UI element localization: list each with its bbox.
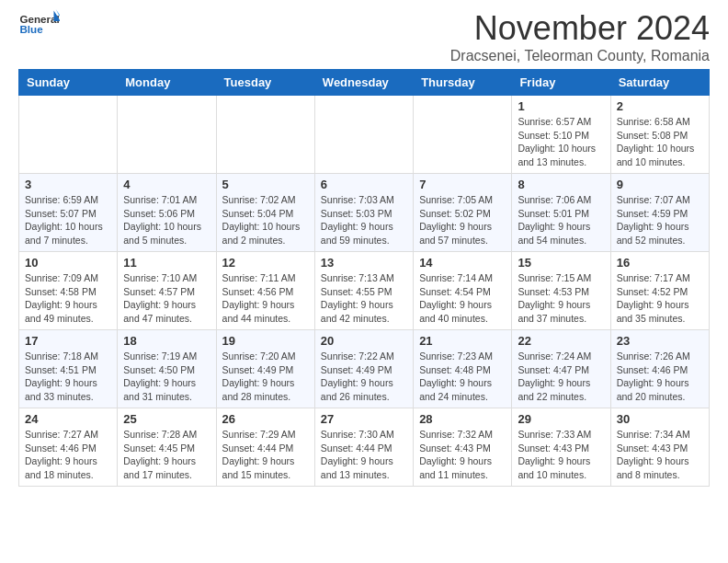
- day-info: Sunrise: 7:11 AMSunset: 4:56 PMDaylight:…: [222, 271, 309, 326]
- day-number: 29: [518, 412, 604, 426]
- day-info-line: Daylight: 9 hours and 37 minutes.: [518, 299, 590, 324]
- calendar-cell: 8Sunrise: 7:06 AMSunset: 5:01 PMDaylight…: [512, 174, 610, 252]
- calendar-cell: 26Sunrise: 7:29 AMSunset: 4:44 PMDayligh…: [216, 408, 314, 487]
- day-number: 22: [518, 334, 604, 348]
- day-info-line: Sunrise: 7:27 AM: [25, 429, 98, 440]
- day-info-line: Daylight: 10 hours and 10 minutes.: [617, 143, 695, 167]
- day-info-line: Sunrise: 7:13 AM: [321, 272, 394, 283]
- col-tuesday: Tuesday: [216, 70, 314, 96]
- day-info-line: Daylight: 9 hours and 44 minutes.: [222, 299, 295, 324]
- day-info: Sunrise: 7:33 AMSunset: 4:43 PMDaylight:…: [518, 428, 604, 482]
- day-info: Sunrise: 6:57 AMSunset: 5:10 PMDaylight:…: [518, 115, 604, 169]
- day-info-line: Sunrise: 7:06 AM: [518, 194, 591, 205]
- calendar-cell: [118, 96, 216, 174]
- day-info-line: Sunrise: 7:10 AM: [123, 272, 197, 283]
- day-info-line: Sunset: 4:43 PM: [617, 442, 688, 454]
- day-info-line: Daylight: 9 hours and 11 minutes.: [419, 455, 492, 480]
- calendar-cell: 23Sunrise: 7:26 AMSunset: 4:46 PMDayligh…: [610, 330, 709, 408]
- col-sunday: Sunday: [19, 70, 118, 96]
- day-info-line: Sunrise: 6:59 AM: [25, 194, 98, 205]
- day-number: 11: [123, 256, 210, 270]
- day-info-line: Sunrise: 7:20 AM: [222, 350, 296, 362]
- day-number: 16: [617, 256, 703, 270]
- day-info-line: Sunset: 4:47 PM: [518, 364, 589, 375]
- calendar-cell: 5Sunrise: 7:02 AMSunset: 5:04 PMDaylight…: [216, 174, 314, 252]
- day-info-line: Sunset: 4:43 PM: [419, 442, 491, 454]
- calendar-cell: 10Sunrise: 7:09 AMSunset: 4:58 PMDayligh…: [19, 252, 118, 330]
- day-info-line: Daylight: 9 hours and 59 minutes.: [321, 221, 393, 246]
- day-info: Sunrise: 7:17 AMSunset: 4:52 PMDaylight:…: [617, 271, 703, 326]
- logo: General Blue: [18, 9, 63, 46]
- calendar-cell: 29Sunrise: 7:33 AMSunset: 4:43 PMDayligh…: [512, 408, 610, 487]
- day-info: Sunrise: 7:06 AMSunset: 5:01 PMDaylight:…: [518, 193, 604, 247]
- day-info-line: Daylight: 9 hours and 8 minutes.: [617, 455, 689, 480]
- day-info-line: Sunrise: 7:09 AM: [25, 272, 98, 283]
- day-number: 4: [123, 178, 210, 191]
- day-number: 28: [419, 412, 506, 426]
- calendar-cell: 27Sunrise: 7:30 AMSunset: 4:44 PMDayligh…: [314, 408, 413, 487]
- calendar-cell: 15Sunrise: 7:15 AMSunset: 4:53 PMDayligh…: [512, 252, 610, 330]
- day-info-line: Sunrise: 7:11 AM: [222, 272, 296, 283]
- day-info: Sunrise: 7:01 AMSunset: 5:06 PMDaylight:…: [123, 193, 210, 247]
- day-info-line: Daylight: 9 hours and 13 minutes.: [321, 455, 393, 480]
- day-info-line: Sunrise: 7:07 AM: [617, 194, 690, 205]
- day-info: Sunrise: 7:26 AMSunset: 4:46 PMDaylight:…: [617, 350, 703, 404]
- col-saturday: Saturday: [610, 70, 709, 96]
- title-block: November 2024 Dracsenei, Teleorman Count…: [450, 9, 710, 64]
- day-info-line: Sunrise: 7:03 AM: [321, 194, 394, 205]
- day-info: Sunrise: 7:19 AMSunset: 4:50 PMDaylight:…: [123, 350, 210, 404]
- day-number: 1: [518, 99, 604, 113]
- day-number: 15: [518, 256, 604, 270]
- day-number: 10: [25, 256, 111, 270]
- day-info-line: Sunrise: 7:30 AM: [321, 429, 394, 440]
- day-number: 6: [321, 178, 407, 191]
- calendar-cell: 3Sunrise: 6:59 AMSunset: 5:07 PMDaylight…: [19, 174, 118, 252]
- day-info-line: Sunset: 4:56 PM: [222, 286, 294, 297]
- day-info-line: Sunrise: 7:15 AM: [518, 272, 591, 283]
- day-info-line: Daylight: 9 hours and 33 minutes.: [25, 377, 97, 402]
- calendar-cell: [216, 96, 314, 174]
- day-info-line: Daylight: 9 hours and 24 minutes.: [419, 377, 492, 402]
- location: Dracsenei, Teleorman County, Romania: [450, 48, 710, 64]
- calendar-cell: 9Sunrise: 7:07 AMSunset: 4:59 PMDaylight…: [610, 174, 709, 252]
- day-info-line: Sunrise: 7:26 AM: [617, 350, 690, 362]
- day-info: Sunrise: 7:18 AMSunset: 4:51 PMDaylight:…: [25, 350, 111, 404]
- calendar-cell: 4Sunrise: 7:01 AMSunset: 5:06 PMDaylight…: [118, 174, 216, 252]
- calendar-cell: 14Sunrise: 7:14 AMSunset: 4:54 PMDayligh…: [414, 252, 512, 330]
- day-info: Sunrise: 7:15 AMSunset: 4:53 PMDaylight:…: [518, 271, 604, 326]
- day-info-line: Sunset: 5:10 PM: [518, 130, 589, 141]
- day-number: 5: [222, 178, 309, 191]
- day-info: Sunrise: 7:03 AMSunset: 5:03 PMDaylight:…: [321, 193, 407, 247]
- day-number: 23: [617, 334, 703, 348]
- day-info: Sunrise: 7:27 AMSunset: 4:46 PMDaylight:…: [25, 428, 111, 482]
- day-number: 25: [123, 412, 210, 426]
- day-info-line: Daylight: 9 hours and 42 minutes.: [321, 299, 393, 324]
- day-info: Sunrise: 7:32 AMSunset: 4:43 PMDaylight:…: [419, 428, 506, 482]
- day-info-line: Sunrise: 7:05 AM: [419, 194, 493, 205]
- day-info-line: Sunset: 5:04 PM: [222, 208, 294, 219]
- day-number: 19: [222, 334, 309, 348]
- col-monday: Monday: [118, 70, 216, 96]
- calendar-cell: 21Sunrise: 7:23 AMSunset: 4:48 PMDayligh…: [414, 330, 512, 408]
- day-info: Sunrise: 6:58 AMSunset: 5:08 PMDaylight:…: [617, 115, 703, 169]
- day-number: 26: [222, 412, 309, 426]
- day-info-line: Sunset: 5:02 PM: [419, 208, 491, 219]
- day-info-line: Sunset: 4:50 PM: [123, 364, 195, 375]
- calendar-cell: [414, 96, 512, 174]
- col-wednesday: Wednesday: [314, 70, 413, 96]
- calendar-cell: 2Sunrise: 6:58 AMSunset: 5:08 PMDaylight…: [610, 96, 709, 174]
- day-info-line: Daylight: 9 hours and 52 minutes.: [617, 221, 689, 246]
- calendar-cell: 18Sunrise: 7:19 AMSunset: 4:50 PMDayligh…: [118, 330, 216, 408]
- day-info-line: Daylight: 9 hours and 40 minutes.: [419, 299, 492, 324]
- day-number: 13: [321, 256, 407, 270]
- day-info-line: Sunset: 4:53 PM: [518, 286, 589, 297]
- day-number: 21: [419, 334, 506, 348]
- calendar-cell: 25Sunrise: 7:28 AMSunset: 4:45 PMDayligh…: [118, 408, 216, 487]
- day-number: 9: [617, 178, 703, 191]
- calendar-week-row: 3Sunrise: 6:59 AMSunset: 5:07 PMDaylight…: [19, 174, 710, 252]
- day-info-line: Sunrise: 7:24 AM: [518, 350, 591, 362]
- day-info-line: Sunset: 4:46 PM: [617, 364, 688, 375]
- day-info-line: Sunset: 4:45 PM: [123, 442, 195, 454]
- day-info: Sunrise: 7:28 AMSunset: 4:45 PMDaylight:…: [123, 428, 210, 482]
- day-info: Sunrise: 7:10 AMSunset: 4:57 PMDaylight:…: [123, 271, 210, 326]
